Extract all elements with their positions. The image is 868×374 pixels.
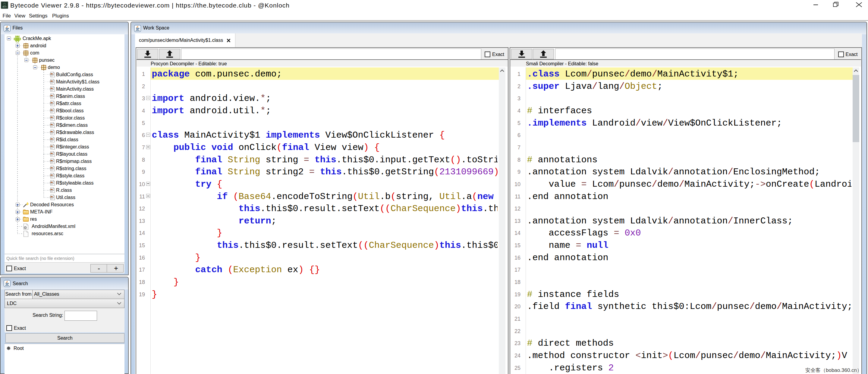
svg-text:BCV: BCV — [2, 6, 7, 8]
